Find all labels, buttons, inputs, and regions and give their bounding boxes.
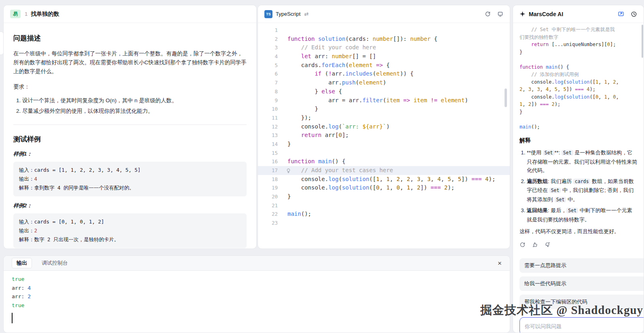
assistant-code-line: main();	[519, 123, 637, 131]
code-line[interactable]: 12 console.log(`arr: ${arr}`)	[258, 122, 510, 131]
code-line[interactable]: 6 if (!arr.includes(element)) {	[258, 70, 510, 78]
code-line[interactable]: 14}	[258, 140, 510, 149]
assistant-code-line	[519, 56, 637, 63]
code-line[interactable]: 11 });	[258, 114, 510, 122]
line-number: 2	[258, 35, 284, 44]
editor-scrollbar[interactable]	[505, 89, 507, 107]
feedback-icon[interactable]	[618, 11, 624, 17]
assistant-code-line: }	[519, 108, 637, 116]
line-number: 5	[258, 61, 284, 70]
console-tabs: 输出调试控制台	[12, 258, 78, 268]
code-line[interactable]: 3 // Edit your code here	[258, 43, 510, 52]
ai-input-wrap	[519, 317, 644, 333]
line-number: 9	[258, 96, 284, 105]
assistant-code-line	[519, 116, 637, 123]
sample-block: 输入：cards = [1, 1, 2, 2, 3, 3, 4, 5, 5]输出…	[13, 162, 247, 196]
editor-panel: TS TypeScript ⇄ 12function solution(card…	[258, 5, 510, 249]
code-line[interactable]: 2function solution(cards: number[]): num…	[258, 35, 510, 44]
explanation-item: **使用 Set**: Set 是一种集合数据结构，它只存储唯一的元素。我们可以…	[527, 148, 637, 175]
code-line[interactable]: 23	[258, 219, 510, 228]
sample-line-output: 输出：2	[19, 226, 241, 235]
line-number: 11	[258, 114, 284, 122]
line-number: 17	[258, 166, 284, 175]
assistant-code-line: console.log(solution([1, 1, 2,	[519, 78, 637, 86]
ai-chat-scroll[interactable]: // Set 中剩下的唯一一个元素就是我们要找的独特数字 return [...…	[513, 23, 644, 258]
code-line[interactable]: 7 arr.push(element)	[258, 78, 510, 87]
requirements-list: 设计一个算法，使其时间复杂度为 O(n)，其中 n 是班级的人数。尽量减少额外空…	[22, 95, 247, 116]
thumbs-up-icon[interactable]	[532, 242, 538, 248]
assistant-code-line: function main() {	[519, 63, 637, 71]
code-line[interactable]: 19 console.log(solution([0, 1, 0, 1, 2])…	[258, 183, 510, 192]
requirements-label: 要求：	[13, 83, 247, 91]
line-number: 4	[258, 52, 284, 61]
suggestion-button[interactable]: 帮我检查一下编辑区的代码	[519, 295, 644, 309]
thumbs-down-icon[interactable]	[545, 242, 551, 248]
console-tab-output[interactable]: 输出	[12, 258, 32, 268]
code-line[interactable]: 22main();	[258, 210, 510, 219]
sample-label: 样例2：	[13, 202, 247, 209]
assistant-code-line: 1, 2]) === 2);	[519, 101, 637, 108]
assistant-code-line: return [...uniqueNumbers][0];	[519, 41, 637, 48]
console-output-line: true	[12, 275, 502, 284]
line-number: 8	[258, 87, 284, 96]
console-body: truearr: 4arr: 2true	[4, 271, 510, 327]
sample-line-input: 输入：cards = [1, 1, 2, 2, 3, 3, 4, 5, 5]	[19, 166, 241, 175]
line-number: 7	[258, 78, 284, 87]
problem-title: 找单独的数	[31, 11, 59, 18]
message-actions	[519, 242, 637, 248]
console-panel: 输出调试控制台 × truearr: 4arr: 2true	[3, 255, 510, 333]
section-divider	[13, 124, 247, 125]
language-switch-icon[interactable]: ⇄	[304, 11, 308, 17]
line-number: 12	[258, 122, 284, 131]
code-line[interactable]: 8 } else {	[258, 87, 510, 96]
code-line[interactable]: 21	[258, 201, 510, 210]
reset-code-icon[interactable]	[485, 11, 491, 17]
description-heading: 问题描述	[13, 34, 247, 43]
assistant-code-line: }	[519, 48, 637, 56]
code-line[interactable]: 20}	[258, 192, 510, 201]
sample-block: 输入：cards = [0, 1, 0, 1, 2]输出：2解释：数字 2 只出…	[13, 213, 247, 248]
code-editor[interactable]: 12function solution(cards: number[]): nu…	[258, 23, 510, 228]
code-line[interactable]: 10 }	[258, 105, 510, 114]
problem-header: 易 1 找单独的数	[4, 5, 256, 23]
code-line[interactable]: 1	[258, 26, 510, 35]
assistant-code-line: console.log(solution([0, 1, 0,	[519, 93, 637, 101]
suggestion-button[interactable]: 给我一些代码提示	[519, 276, 644, 291]
ai-scrollbar[interactable]	[642, 25, 643, 58]
language-tab[interactable]: TypeScript	[276, 11, 300, 17]
code-line[interactable]: 9 arr = arr.filter(item => item != eleme…	[258, 96, 510, 105]
line-number: 18	[258, 175, 284, 184]
samples-heading: 测试样例	[13, 135, 247, 144]
line-number: 6	[258, 70, 284, 78]
ai-question-input[interactable]	[519, 317, 644, 333]
line-number: 13	[258, 131, 284, 140]
ai-panel: MarsCode AI // Set 中剩下的唯一一个元素就是我们要找的独特数字…	[513, 5, 644, 333]
code-line[interactable]: 5 cards.forEach(element => {	[258, 61, 510, 70]
code-line[interactable]: 18 console.log(solution([1, 1, 2, 2, 3, …	[258, 175, 510, 184]
code-line[interactable]: 13 return arr[0];	[258, 131, 510, 140]
requirement-item: 尽量减少额外空间的使用，以体现你的算法优化能力。	[22, 106, 247, 116]
history-icon[interactable]	[631, 11, 637, 17]
code-line[interactable]: 16function main() {	[258, 157, 510, 166]
line-number: 3	[258, 43, 284, 52]
problem-body: 问题描述 在一个班级中，每位同学都拿到了一张卡片，上面有一个整数。有趣的是，除了…	[4, 23, 256, 249]
line-number: 1	[258, 26, 284, 35]
code-line[interactable]: 15	[258, 149, 510, 158]
text-cursor	[12, 313, 13, 323]
close-console-icon[interactable]: ×	[498, 260, 502, 267]
line-number: 23	[258, 219, 284, 228]
fullscreen-icon[interactable]	[497, 11, 503, 17]
explanation-list: **使用 Set**: Set 是一种集合数据结构，它只存储唯一的元素。我们可以…	[527, 148, 637, 224]
console-output: truearr: 4arr: 2true	[12, 275, 502, 310]
assistant-code-line: // 添加你的测试用例	[519, 71, 637, 78]
sample-line-output: 输出：4	[19, 175, 241, 183]
line-number: 22	[258, 210, 284, 219]
regenerate-icon[interactable]	[519, 242, 526, 248]
code-line[interactable]: 4 let arr: number[] = []	[258, 52, 510, 61]
typescript-icon: TS	[264, 10, 272, 18]
code-line[interactable]: 17 // Add your test cases here	[258, 166, 510, 175]
explanation-item: 返回结果: 最后，Set 中剩下的唯一一个元素就是我们要找的独特数字。	[527, 206, 637, 224]
editor-header: TS TypeScript ⇄	[258, 5, 510, 23]
console-tab-debug[interactable]: 调试控制台	[42, 259, 68, 267]
suggestion-button[interactable]: 需要一点思路提示	[519, 258, 644, 273]
